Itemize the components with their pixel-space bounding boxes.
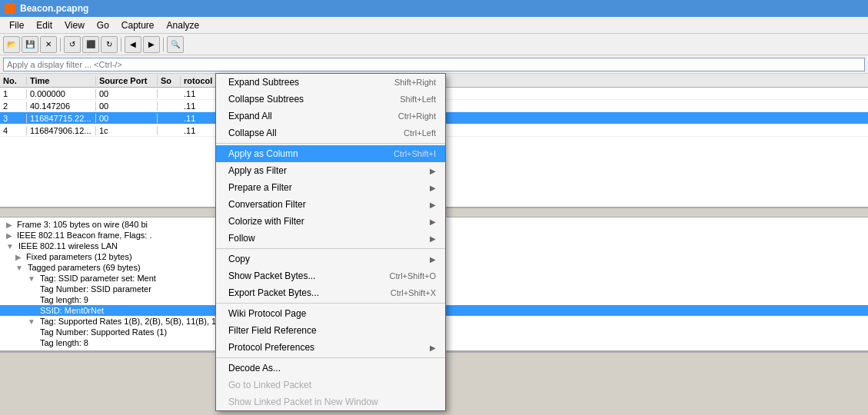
context-menu-item-wiki-protocol-page[interactable]: Wiki Protocol Page	[216, 305, 445, 322]
ctx-item-label: Collapse All	[228, 128, 277, 138]
app-window: Beacon.pcapng File Edit View Go Capture …	[0, 0, 868, 415]
cell-time: 0.000000	[27, 89, 96, 98]
toolbar-back[interactable]: ◀	[125, 36, 141, 53]
context-menu-item-apply-as-column[interactable]: Apply as ColumnCtrl+Shift+I	[216, 145, 445, 162]
menu-bar: File Edit View Go Capture Analyze	[0, 17, 868, 34]
ctx-shortcut: Ctrl+Shift+O	[389, 271, 436, 281]
ctx-item-label: Conversation Filter	[228, 199, 306, 210]
ctx-item-label: Apply as Filter	[228, 165, 287, 176]
context-menu-item-go-to-linked-packet: Go to Linked Packet	[216, 377, 445, 393]
context-menu-separator	[216, 248, 445, 249]
cell-src: 00	[96, 114, 158, 123]
context-menu-item-copy[interactable]: Copy▶	[216, 251, 445, 267]
detail-text: Tag length: 9	[40, 295, 88, 304]
ctx-item-label: Export Packet Bytes...	[228, 287, 319, 298]
expand-icon: ▼	[15, 264, 23, 272]
ctx-item-label: Go to Linked Packet	[228, 380, 311, 390]
cell-no: 1	[0, 89, 27, 98]
context-menu-item-protocol-preferences[interactable]: Protocol Preferences▶	[216, 339, 445, 356]
toolbar-sep3	[163, 38, 164, 51]
menu-capture[interactable]: Capture	[115, 18, 161, 32]
toolbar-close[interactable]: ✕	[40, 36, 57, 53]
detail-text: Tag Number: SSID parameter	[40, 284, 151, 294]
toolbar: 📂 💾 ✕ ↺ ⬛ ↻ ◀ ▶ 🔍	[0, 34, 868, 55]
ctx-item-label: Expand All	[228, 111, 272, 121]
ctx-arrow-icon: ▶	[430, 167, 436, 175]
detail-text: Fixed parameters (12 bytes)	[26, 252, 132, 261]
ctx-item-label: Apply as Column	[228, 148, 298, 159]
toolbar-open[interactable]: 📂	[3, 36, 20, 53]
context-menu-item-apply-as-filter[interactable]: Apply as Filter▶	[216, 162, 445, 179]
detail-text: IEEE 802.11 Beacon frame, Flags: .	[17, 231, 151, 240]
menu-view[interactable]: View	[58, 18, 91, 32]
ctx-shortcut: Ctrl+Left	[404, 128, 436, 138]
context-menu-item-expand-subtrees[interactable]: Expand SubtreesShift+Right	[216, 74, 445, 91]
context-menu: Expand SubtreesShift+RightCollapse Subtr…	[215, 73, 446, 411]
expand-icon: ▶	[6, 221, 12, 229]
expand-icon: ▼	[28, 274, 35, 283]
cell-src: 00	[96, 101, 158, 111]
ctx-shortcut: Shift+Right	[394, 78, 436, 87]
cell-no: 2	[0, 101, 27, 111]
detail-text: IEEE 802.11 wireless LAN	[18, 241, 118, 251]
context-menu-separator	[216, 303, 445, 304]
cell-src: 1c	[96, 126, 158, 135]
context-menu-item-collapse-subtrees[interactable]: Collapse SubtreesShift+Left	[216, 91, 445, 108]
ctx-item-label: Colorize with Filter	[228, 216, 304, 227]
menu-analyze[interactable]: Analyze	[161, 18, 206, 32]
cell-src: 00	[96, 89, 158, 98]
ctx-shortcut: Shift+Left	[400, 95, 436, 104]
menu-edit[interactable]: Edit	[30, 18, 58, 32]
expand-icon: ▼	[6, 242, 14, 251]
context-menu-separator	[216, 143, 445, 144]
toolbar-forward[interactable]: ▶	[143, 36, 160, 53]
context-menu-item-decode-as[interactable]: Decode As...	[216, 360, 445, 377]
ctx-item-label: Show Packet Bytes...	[228, 271, 315, 281]
cell-time: 116847715.22...	[27, 114, 96, 123]
detail-text: Tag: SSID parameter set: Ment	[40, 274, 156, 283]
filter-bar	[0, 55, 868, 74]
context-menu-item-follow[interactable]: Follow▶	[216, 230, 445, 247]
filter-input[interactable]	[3, 58, 865, 71]
context-menu-separator	[216, 357, 445, 358]
toolbar-reload[interactable]: ↺	[64, 36, 81, 53]
context-menu-item-show-packet-bytes[interactable]: Show Packet Bytes...Ctrl+Shift+O	[216, 267, 445, 284]
title-bar: Beacon.pcapng	[0, 0, 868, 17]
context-menu-item-expand-all[interactable]: Expand AllCtrl+Right	[216, 108, 445, 124]
toolbar-sep1	[60, 38, 61, 51]
toolbar-sep2	[121, 38, 121, 51]
cell-no: 3	[0, 114, 27, 123]
ctx-arrow-icon: ▶	[430, 234, 436, 243]
expand-icon: ▶	[15, 253, 22, 261]
ctx-item-label: Collapse Subtrees	[228, 94, 304, 105]
ctx-item-label: Decode As...	[228, 363, 281, 374]
context-menu-item-export-packet-bytes[interactable]: Export Packet Bytes...Ctrl+Shift+X	[216, 284, 445, 301]
detail-text: Frame 3: 105 bytes on wire (840 bi	[17, 220, 148, 229]
ctx-item-label: Wiki Protocol Page	[228, 308, 306, 319]
col-header-time: Time	[27, 76, 96, 85]
context-menu-item-collapse-all[interactable]: Collapse AllCtrl+Left	[216, 124, 445, 141]
cell-time: 116847906.12...	[27, 126, 96, 135]
menu-file[interactable]: File	[3, 18, 30, 32]
ctx-arrow-icon: ▶	[430, 255, 436, 264]
context-menu-item-prepare-a-filter[interactable]: Prepare a Filter▶	[216, 179, 445, 196]
context-menu-item-show-linked-packet-in-new-window: Show Linked Packet in New Window	[216, 393, 445, 410]
ctx-shortcut: Ctrl+Right	[398, 111, 436, 121]
toolbar-zoom-in[interactable]: 🔍	[167, 36, 184, 53]
toolbar-stop[interactable]: ⬛	[82, 36, 99, 53]
menu-go[interactable]: Go	[91, 18, 115, 32]
ctx-item-label: Filter Field Reference	[228, 325, 317, 336]
ctx-item-label: Prepare a Filter	[228, 182, 292, 193]
context-menu-item-conversation-filter[interactable]: Conversation Filter▶	[216, 196, 445, 213]
ctx-shortcut: Ctrl+Shift+I	[394, 149, 436, 158]
ctx-arrow-icon: ▶	[430, 184, 436, 192]
detail-text: Tagged parameters (69 bytes)	[28, 263, 141, 272]
cell-time: 40.147206	[27, 101, 96, 111]
context-menu-item-filter-field-reference[interactable]: Filter Field Reference	[216, 322, 445, 339]
context-menu-item-colorize-with-filter[interactable]: Colorize with Filter▶	[216, 213, 445, 230]
toolbar-save[interactable]: 💾	[22, 36, 38, 53]
col-header-src: Source Port	[96, 76, 158, 85]
ctx-item-label: Show Linked Packet in New Window	[228, 397, 378, 407]
expand-icon: ▼	[28, 317, 35, 326]
toolbar-restart[interactable]: ↻	[101, 36, 118, 53]
